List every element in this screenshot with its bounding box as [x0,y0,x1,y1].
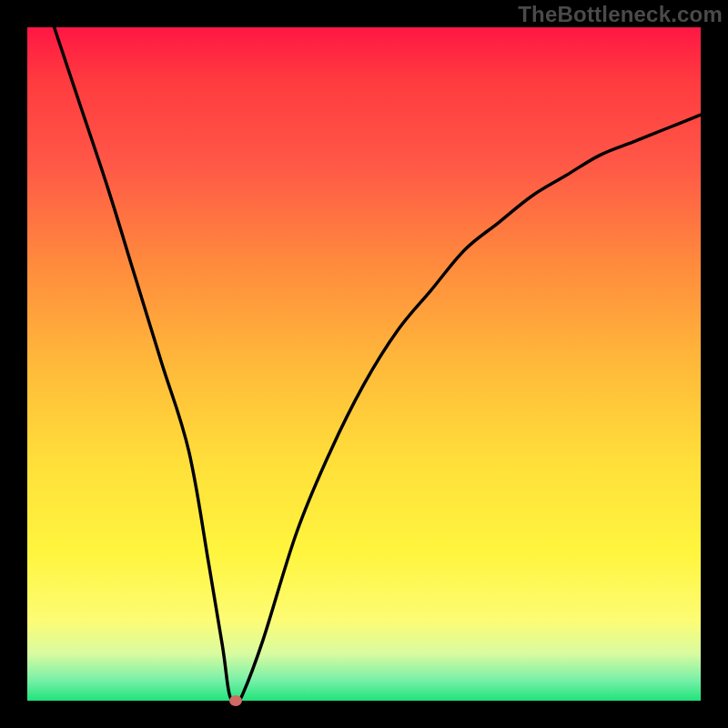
chart-frame: TheBottleneck.com [0,0,728,728]
bottleneck-curve [27,27,701,701]
optimal-point-marker [229,695,242,706]
plot-area [27,27,701,701]
attribution-label: TheBottleneck.com [518,2,723,27]
curve-path [55,27,701,702]
